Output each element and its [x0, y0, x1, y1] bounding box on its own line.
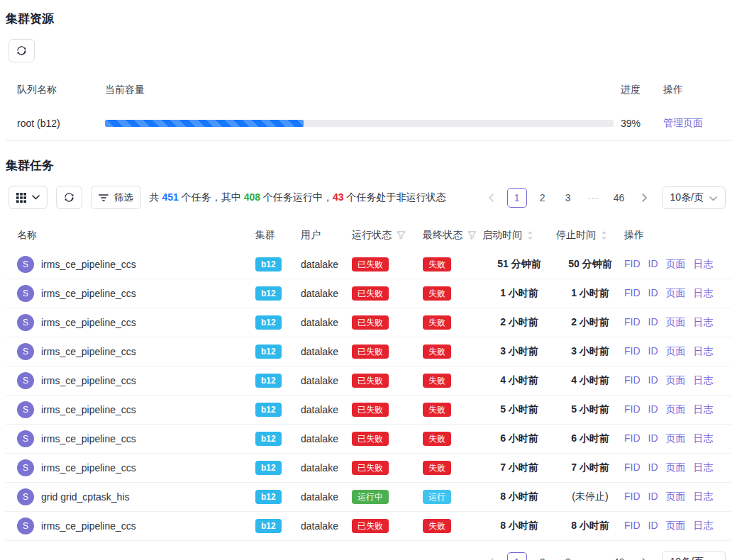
action-link-日志[interactable]: 日志	[694, 258, 714, 271]
page-button-3[interactable]: 3	[558, 552, 578, 560]
filter-icon	[99, 194, 109, 202]
action-link-fid[interactable]: FID	[624, 520, 641, 532]
running-tasks-count: 408	[244, 191, 260, 203]
start-time: 7 小时前	[482, 461, 556, 474]
next-page-button[interactable]	[635, 552, 655, 560]
action-link-日志[interactable]: 日志	[694, 374, 714, 387]
column-layout-dropdown-button[interactable]	[9, 186, 48, 209]
stop-time: (未停止)	[556, 491, 624, 503]
action-link-id[interactable]: ID	[648, 258, 658, 271]
start-time: 5 小时前	[482, 403, 556, 416]
header-current-capacity: 当前容量	[105, 84, 621, 96]
header-start-time[interactable]: 启动时间	[482, 229, 556, 242]
action-link-日志[interactable]: 日志	[694, 461, 714, 474]
header-progress: 进度	[621, 84, 655, 96]
action-link-id[interactable]: ID	[648, 316, 658, 329]
action-link-日志[interactable]: 日志	[694, 287, 714, 300]
run-status-badge: 已失败	[352, 519, 389, 533]
task-name: irms_ce_pipeline_ccs	[41, 375, 136, 386]
action-link-fid[interactable]: FID	[624, 374, 641, 387]
header-run-status[interactable]: 运行状态	[352, 229, 423, 242]
header-cluster: 集群	[255, 229, 301, 242]
row-actions: FIDID页面日志	[624, 432, 726, 445]
start-time: 3 小时前	[482, 345, 556, 358]
page-button-46[interactable]: 46	[609, 552, 629, 560]
task-name: irms_ce_pipeline_ccs	[41, 288, 136, 299]
resources-header-row: 队列名称 当前容量 进度 操作	[6, 74, 731, 106]
action-link-fid[interactable]: FID	[624, 345, 641, 358]
manage-page-link[interactable]: 管理页面	[663, 117, 703, 128]
task-name: irms_ce_pipeline_ccs	[41, 462, 136, 474]
user-name: datalake	[301, 288, 352, 299]
action-link-id[interactable]: ID	[648, 374, 658, 387]
action-link-fid[interactable]: FID	[624, 403, 641, 416]
prev-page-button[interactable]	[482, 552, 502, 560]
final-status-badge: 失败	[423, 257, 451, 271]
action-link-日志[interactable]: 日志	[694, 345, 714, 358]
header-stop-time[interactable]: 停止时间	[556, 229, 624, 242]
page-size-select[interactable]: 10条/页	[662, 551, 726, 560]
action-link-id[interactable]: ID	[648, 287, 658, 300]
action-link-页面[interactable]: 页面	[666, 345, 686, 358]
cluster-badge: b12	[255, 519, 282, 533]
action-link-页面[interactable]: 页面	[666, 520, 686, 532]
avatar: S	[17, 372, 34, 389]
page-button-1[interactable]: 1	[507, 188, 527, 208]
action-link-页面[interactable]: 页面	[666, 316, 686, 329]
action-link-id[interactable]: ID	[648, 491, 658, 503]
user-name: datalake	[301, 259, 352, 270]
pagination-bottom: 123···46	[482, 552, 655, 560]
page-button-2[interactable]: 2	[533, 188, 553, 208]
stop-time: 2 小时前	[556, 316, 624, 329]
action-link-fid[interactable]: FID	[624, 461, 641, 474]
action-link-id[interactable]: ID	[648, 461, 658, 474]
sorter-icon	[527, 230, 533, 240]
page-size-select[interactable]: 10条/页	[662, 186, 726, 209]
cluster-badge: b12	[255, 403, 282, 417]
action-link-fid[interactable]: FID	[624, 432, 641, 445]
action-link-页面[interactable]: 页面	[666, 432, 686, 445]
row-actions: FIDID页面日志	[624, 520, 726, 532]
action-link-fid[interactable]: FID	[624, 316, 641, 329]
filter-button[interactable]: 筛选	[91, 186, 141, 209]
refresh-tasks-button[interactable]	[56, 186, 82, 209]
action-link-页面[interactable]: 页面	[666, 461, 686, 474]
action-link-id[interactable]: ID	[648, 520, 658, 532]
action-link-fid[interactable]: FID	[624, 287, 641, 300]
avatar: S	[17, 314, 34, 331]
funnel-filter-icon	[467, 231, 477, 240]
action-link-日志[interactable]: 日志	[694, 491, 714, 503]
page-button-1[interactable]: 1	[507, 552, 527, 560]
page-button-3[interactable]: 3	[558, 188, 578, 208]
action-link-页面[interactable]: 页面	[666, 287, 686, 300]
action-link-id[interactable]: ID	[648, 432, 658, 445]
action-link-日志[interactable]: 日志	[694, 316, 714, 329]
refresh-resources-button[interactable]	[9, 39, 35, 62]
refresh-icon	[16, 45, 27, 56]
action-link-页面[interactable]: 页面	[666, 491, 686, 503]
header-final-status[interactable]: 最终状态	[423, 229, 482, 242]
action-link-日志[interactable]: 日志	[694, 403, 714, 416]
page-button-2[interactable]: 2	[533, 552, 553, 560]
action-link-页面[interactable]: 页面	[666, 374, 686, 387]
user-name: datalake	[301, 491, 352, 503]
avatar: S	[17, 401, 34, 418]
action-link-fid[interactable]: FID	[624, 258, 641, 271]
action-link-id[interactable]: ID	[648, 345, 658, 358]
refresh-icon	[64, 192, 74, 203]
action-link-日志[interactable]: 日志	[694, 432, 714, 445]
action-link-页面[interactable]: 页面	[666, 258, 686, 271]
action-link-id[interactable]: ID	[648, 403, 658, 416]
action-link-日志[interactable]: 日志	[694, 520, 714, 532]
page-ellipsis[interactable]: ···	[584, 552, 604, 560]
page-ellipsis[interactable]: ···	[584, 188, 604, 208]
final-status-badge: 失败	[423, 432, 451, 446]
action-link-页面[interactable]: 页面	[666, 403, 686, 416]
page-button-46[interactable]: 46	[609, 188, 629, 208]
prev-page-button[interactable]	[482, 188, 502, 208]
next-page-button[interactable]	[635, 188, 655, 208]
action-link-fid[interactable]: FID	[624, 491, 641, 503]
header-action: 操作	[655, 84, 720, 96]
start-time: 51 分钟前	[482, 258, 556, 271]
cluster-badge: b12	[255, 461, 282, 475]
